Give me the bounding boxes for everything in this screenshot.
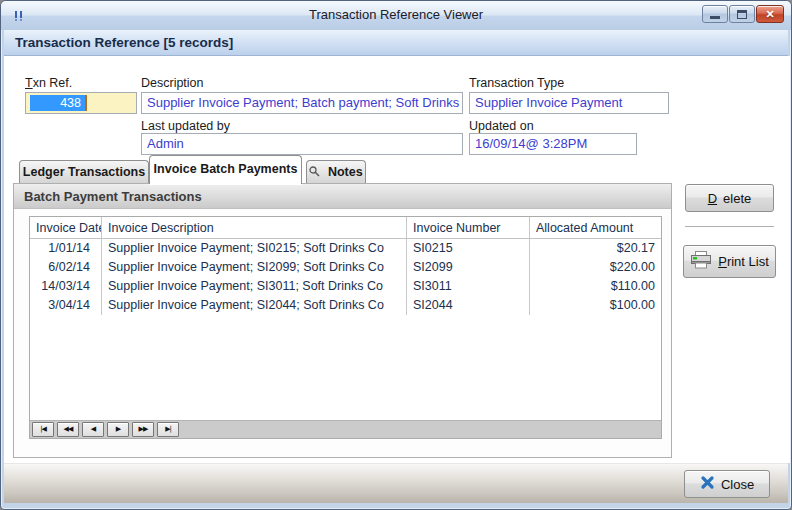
txn-ref-label: Txn Ref. <box>25 76 72 90</box>
nav-last-button[interactable]: ▶| <box>157 422 179 437</box>
updated-on-label: Updated on <box>469 119 534 133</box>
description-label: Description <box>141 76 204 90</box>
nav-first-button[interactable]: |◀ <box>32 422 54 437</box>
txn-ref-selected-text: 438 <box>30 95 87 111</box>
magnifier-icon <box>309 166 323 180</box>
close-icon: ✕ <box>765 9 774 20</box>
delete-button[interactable]: Delete <box>685 184 774 212</box>
nav-prev-button[interactable]: ◀ <box>82 422 104 437</box>
table-cell: $110.00 <box>530 277 661 296</box>
maximize-button[interactable] <box>729 5 755 23</box>
titlebar[interactable]: Transaction Reference Viewer ✕ <box>1 1 791 30</box>
table-row[interactable]: 1/01/14Supplier Invoice Payment; SI0215;… <box>30 239 661 258</box>
maximize-icon <box>737 10 747 19</box>
table-cell: Supplier Invoice Payment; SI2044; Soft D… <box>102 296 407 315</box>
table-cell: Supplier Invoice Payment; SI2099; Soft D… <box>102 258 407 277</box>
record-count-header: Transaction Reference [5 records] <box>4 30 788 56</box>
batch-payments-table: Invoice DateInvoice DescriptionInvoice N… <box>29 216 662 439</box>
table-cell: SI0215 <box>407 239 530 258</box>
printer-icon <box>690 251 712 272</box>
nav-fast-forward-button[interactable]: ▶▶ <box>132 422 154 437</box>
tab-notes[interactable]: Notes <box>306 160 366 184</box>
close-x-icon <box>700 475 715 493</box>
txn-ref-input[interactable]: 438 <box>25 92 137 114</box>
tab-notes-label: Notes <box>328 165 363 179</box>
close-button[interactable]: Close <box>684 470 770 498</box>
print-list-button[interactable]: Print List <box>683 245 776 278</box>
nav-fast-rewind-button[interactable]: ◀◀ <box>57 422 79 437</box>
column-header[interactable]: Invoice Description <box>102 217 407 238</box>
table-cell: Supplier Invoice Payment; SI3011; Soft D… <box>102 277 407 296</box>
last-updated-by-label: Last updated by <box>141 119 230 133</box>
table-cell: 3/04/14 <box>30 296 102 315</box>
transaction-type-input[interactable]: Supplier Invoice Payment <box>469 92 669 114</box>
tab-invoice-batch-payments[interactable]: Invoice Batch Payments <box>149 155 302 184</box>
nav-next-button[interactable]: ▶ <box>107 422 129 437</box>
column-header[interactable]: Invoice Date <box>30 217 102 238</box>
table-cell: 14/03/14 <box>30 277 102 296</box>
print-list-label: Print List <box>718 254 769 269</box>
table-header-row: Invoice DateInvoice DescriptionInvoice N… <box>30 217 661 239</box>
table-cell: $100.00 <box>530 296 661 315</box>
table-cell: SI2099 <box>407 258 530 277</box>
table-row[interactable]: 14/03/14Supplier Invoice Payment; SI3011… <box>30 277 661 296</box>
column-header[interactable]: Invoice Number <box>407 217 530 238</box>
window-title: Transaction Reference Viewer <box>1 7 791 22</box>
table-cell: $20.17 <box>530 239 661 258</box>
updated-on-input[interactable]: 16/09/14@ 3:28PM <box>469 133 637 155</box>
table-cell: 1/01/14 <box>30 239 102 258</box>
side-separator <box>685 226 774 227</box>
table-cell: 6/02/14 <box>30 258 102 277</box>
dialog-body: Txn Ref. 438 Description Supplier Invoic… <box>4 56 790 463</box>
transaction-reference-viewer-window: Transaction Reference Viewer ✕ Transacti… <box>0 0 792 510</box>
table-cell: Supplier Invoice Payment; SI0215; Soft D… <box>102 239 407 258</box>
transaction-type-label: Transaction Type <box>469 76 564 90</box>
group-title: Batch Payment Transactions <box>14 184 671 209</box>
table-row[interactable]: 6/02/14Supplier Invoice Payment; SI2099;… <box>30 258 661 277</box>
close-window-button[interactable]: ✕ <box>756 5 784 23</box>
description-input[interactable]: Supplier Invoice Payment; Batch payment;… <box>141 92 463 114</box>
close-label: Close <box>721 477 754 492</box>
last-updated-by-input[interactable]: Admin <box>141 133 463 155</box>
minimize-button[interactable] <box>702 5 728 23</box>
minimize-icon <box>710 16 720 19</box>
table-body: 1/01/14Supplier Invoice Payment; SI0215;… <box>30 239 661 420</box>
table-cell: SI3011 <box>407 277 530 296</box>
tab-ledger-transactions[interactable]: Ledger Transactions <box>19 160 149 184</box>
column-header[interactable]: Allocated Amount <box>530 217 661 238</box>
table-row[interactable]: 3/04/14Supplier Invoice Payment; SI2044;… <box>30 296 661 315</box>
table-cell: $220.00 <box>530 258 661 277</box>
dialog-footer: Close <box>4 463 788 503</box>
record-navigator: |◀◀◀◀▶▶▶▶| <box>30 420 661 438</box>
table-cell: SI2044 <box>407 296 530 315</box>
